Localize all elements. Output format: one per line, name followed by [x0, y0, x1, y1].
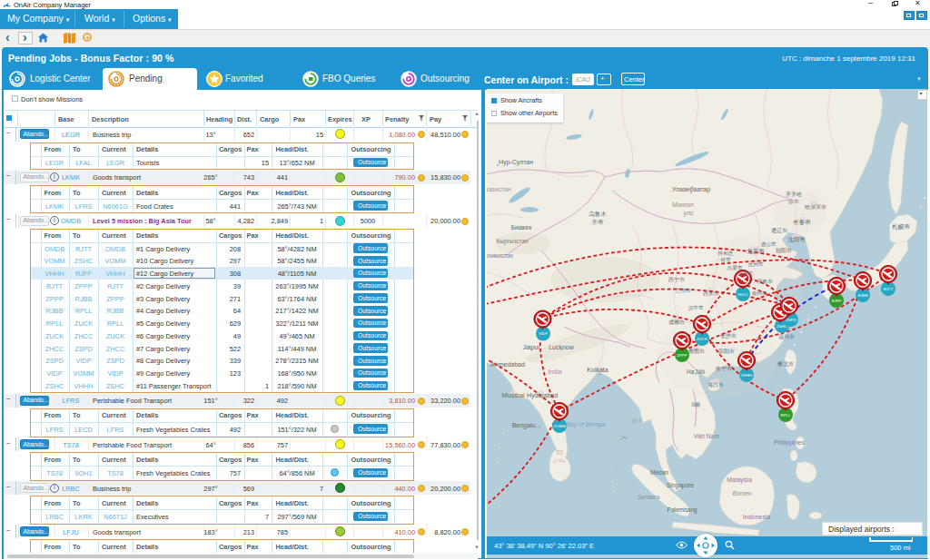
- svg-text:VHHH: VHHH: [741, 373, 752, 378]
- svg-text:ZPPP: ZPPP: [677, 353, 688, 358]
- svg-text:ZUCK: ZUCK: [697, 337, 707, 341]
- svg-text:RJBB: RJBB: [857, 293, 867, 298]
- svg-text:RJTT: RJTT: [884, 287, 894, 291]
- svg-text:RPLL: RPLL: [781, 413, 792, 418]
- svg-text:ZSPD: ZSPD: [786, 318, 796, 322]
- svg-text:ZSHC: ZSHC: [777, 324, 787, 329]
- svg-text:VOMM: VOMM: [553, 424, 566, 428]
- svg-text:ZHCC: ZHCC: [737, 292, 748, 297]
- svg-text:RJFF: RJFF: [832, 299, 842, 303]
- svg-text:VIDP: VIDP: [539, 331, 548, 336]
